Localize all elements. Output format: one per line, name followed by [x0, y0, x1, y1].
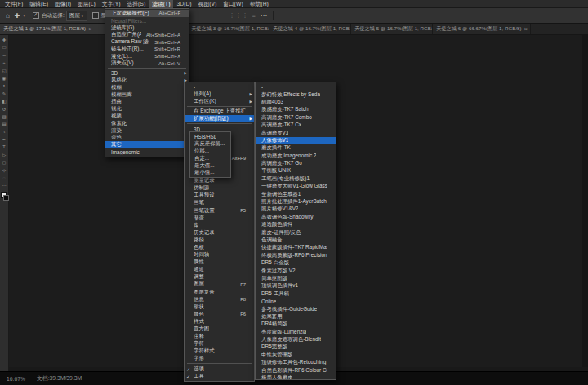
menu-item[interactable]: 注释 [185, 333, 254, 340]
menu-item[interactable]: 上次滤镜操作(F)Alt+Ctrl+F [105, 10, 189, 17]
menu-item[interactable]: 路径 [185, 237, 254, 244]
menu-item[interactable]: 在 Exchange 上查找扩展功能(旧版)... [185, 108, 254, 115]
distribute-layers-icons[interactable]: ≡ [252, 13, 256, 19]
document-tab[interactable]: 天使之城-6 @ 66.67%(图层 1, RGB/8)× [433, 24, 531, 34]
menu-item[interactable]: 镜头校正(R)...Shift+Ctrl+R [105, 46, 189, 53]
menu-item[interactable]: 排列(A)▶ [185, 91, 254, 98]
menu-item[interactable]: Camera Raw 滤镜(C)...Shift+Ctrl+A [105, 38, 189, 46]
menu-item[interactable]: 属性 [185, 259, 254, 266]
menu-item[interactable]: 靓颜4063 [256, 99, 336, 106]
menu-item[interactable]: 字符样式 [185, 347, 254, 355]
menu-item[interactable]: 液化(L)...Shift+Ctrl+X [105, 53, 189, 60]
healing-brush-tool-icon[interactable]: ♦ [1, 82, 8, 90]
menu-item[interactable]: 照片批处理插件1-AyerBatch [256, 198, 336, 206]
eyedropper-tool-icon[interactable]: ◉ [1, 75, 8, 82]
history-brush-tool-icon[interactable]: ↺ [1, 106, 8, 113]
menu-item[interactable]: 高调磨皮-TK7 Go [256, 160, 336, 167]
menu-item[interactable]: 人像修饰V1 [256, 137, 336, 144]
menubar-item[interactable]: 图像(I) [51, 0, 74, 8]
menu-item[interactable]: 渲染▶ [105, 127, 189, 135]
menu-item[interactable]: 测量记录 [185, 177, 254, 184]
menu-item[interactable]: 极简人像磨皮 [256, 374, 336, 380]
menu-item[interactable]: DR5-工具箱 [256, 290, 336, 298]
menu-item[interactable]: 自然色彩插件-RF6 Colour Center [256, 366, 336, 374]
document-tab[interactable]: 天使之城-4 @ 16.7%(图层 1, RGB/8)× [270, 24, 351, 34]
menu-item[interactable]: 质感磨皮-TK7 Batch [256, 106, 336, 113]
tool-preset-caret-icon[interactable]: ▾ [24, 13, 26, 18]
menu-item[interactable]: 图层F7 [185, 281, 254, 288]
hand-tool-icon[interactable]: ⊹ [1, 167, 8, 175]
document-tab[interactable]: 天使之城-1 @ 17.1%(图层 1, RGB/8)× [0, 24, 106, 34]
menu-item[interactable]: 风格化▶ [105, 77, 189, 84]
menu-item[interactable]: 仿制源 [185, 184, 254, 192]
menu-item[interactable]: 最小值... [190, 169, 230, 176]
color-swatches[interactable] [1, 192, 8, 201]
menubar-item[interactable]: 滤镜(T) [149, 0, 173, 8]
menu-item[interactable]: 扭曲▶ [105, 99, 189, 106]
menu-item[interactable]: 人像磨皮遮瑕调色-BlendIt [256, 336, 336, 343]
menu-item[interactable]: 调整 [185, 273, 254, 281]
menu-item[interactable]: 图层复合 [185, 289, 254, 296]
menu-item[interactable]: 颜色F6 [185, 311, 254, 318]
menu-item[interactable]: 平衡版 UNIK [256, 167, 336, 175]
menu-item[interactable]: 快捷蒙版插件-TK7 RapidMask [256, 244, 336, 251]
menu-item[interactable]: 高调磨皮-TK7 Cx [256, 122, 336, 129]
menu-item[interactable]: DR4精简版 [256, 321, 336, 328]
menu-item[interactable]: 高调磨皮V3 [256, 129, 336, 136]
move-tool-icon[interactable]: ✚ [1, 37, 8, 44]
path-selection-tool-icon[interactable]: ▷ [1, 152, 8, 159]
align-layers-icons[interactable]: ⋮⋮⋮ [229, 12, 249, 19]
marquee-tool-icon[interactable]: ▭ [1, 44, 8, 51]
menu-item[interactable]: 位移... [190, 148, 230, 155]
menu-item[interactable]: 自定... [190, 155, 230, 162]
menu-item[interactable]: 全新调色生成器1 [256, 190, 336, 197]
shape-tool-icon[interactable]: ◻ [1, 159, 8, 166]
menubar-item[interactable]: 窗口(W) [220, 0, 247, 8]
menu-item[interactable]: 顶级修饰工具包-Retouching tools [256, 359, 336, 366]
quick-selection-tool-icon[interactable]: ⌁ [1, 60, 8, 67]
menu-item[interactable]: 字形 [185, 355, 254, 362]
menu-item[interactable]: 像素化▶ [105, 120, 189, 127]
menubar-item[interactable]: 编辑(E) [26, 0, 51, 8]
home-icon[interactable]: ⌂ [6, 12, 10, 20]
crop-tool-icon[interactable]: ◱ [1, 68, 8, 75]
gradient-tool-icon[interactable]: ▤ [1, 121, 8, 128]
menu-item[interactable]: 顶级调色插件v1 [256, 282, 336, 290]
menu-item[interactable]: 信息F8 [185, 296, 254, 303]
menu-item[interactable]: - [185, 83, 254, 91]
auto-select-checkbox[interactable] [33, 12, 39, 19]
menu-item[interactable]: 消失点(V)...Alt+Ctrl+V [105, 60, 189, 68]
menu-item[interactable]: 高效调色版-Shadowify [256, 214, 336, 221]
menu-item[interactable]: 模糊画廊▶ [105, 91, 189, 99]
menu-item[interactable]: 字符 [185, 340, 254, 347]
blur-tool-icon[interactable]: ◔ [1, 129, 8, 136]
menu-item[interactable]: 工具预设 [185, 192, 254, 199]
menu-item[interactable]: 通道 [185, 266, 254, 273]
menu-item[interactable]: 色调融合 [256, 237, 336, 244]
menu-item[interactable]: 成功磨皮 Imagenomic 2 [256, 153, 336, 160]
menu-item[interactable]: 高调磨皮-TK7 Combo [256, 114, 336, 122]
pen-tool-icon[interactable]: ✒ [1, 136, 8, 144]
menu-item[interactable]: HSB/HSL [190, 133, 230, 140]
menu-item[interactable]: 其它▶ [105, 141, 189, 148]
menu-item[interactable]: ✓选项 [185, 365, 254, 372]
menu-item[interactable]: 库 [185, 222, 254, 229]
menu-item[interactable]: 锐化▶ [105, 105, 189, 113]
menu-item[interactable]: 磨皮插件-TK [256, 144, 336, 152]
menu-item[interactable]: 3D▶ [105, 69, 189, 77]
more-options-icon[interactable]: ⋯ [261, 12, 267, 20]
menu-item[interactable]: Online [256, 298, 336, 305]
menu-item[interactable]: DR5-白金版 [256, 259, 336, 267]
menu-item[interactable]: 杂色▶ [105, 135, 189, 142]
menu-item[interactable]: 像素过万版 V2 [256, 267, 336, 274]
menu-item[interactable]: 终极高质蒙版-RF6 Precision Masks [256, 252, 336, 259]
menu-item[interactable]: 时间轴 [185, 251, 254, 259]
zoom-tool-icon[interactable]: ◌ [1, 175, 8, 182]
document-tab[interactable]: 天使之城-3 @ 16.7%(图层 1, RGB/8)× [188, 24, 270, 34]
menu-item[interactable]: 模糊▶ [105, 84, 189, 91]
menubar-item[interactable]: 3D(D) [173, 0, 194, 8]
menu-item[interactable]: 视频▶ [105, 113, 189, 120]
menu-item[interactable]: 效果套用 [256, 313, 336, 321]
menubar-item[interactable]: 图层(L) [74, 0, 99, 8]
menu-item[interactable]: 扩展功能(旧版)▶ [185, 115, 254, 122]
